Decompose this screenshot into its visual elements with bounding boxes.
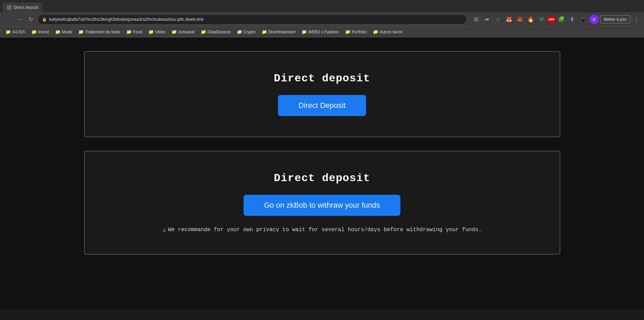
folder-icon: 📁: [301, 29, 307, 34]
bookmark-label: Actuariat: [178, 30, 194, 34]
bookmark-label: Utiles: [155, 30, 165, 34]
bookmark-label: Autres favori: [380, 30, 402, 34]
bookmark-divertissement[interactable]: 📁 Divertissement: [259, 28, 298, 36]
browser-tab-active[interactable]: Direct deposit: [3, 3, 43, 12]
browser-chrome: Direct deposit ← → ↻ 🔒 bafybeifcqbafa7sd…: [0, 0, 644, 37]
folder-icon: 📁: [373, 29, 378, 34]
profile-button[interactable]: d: [589, 15, 599, 24]
crab-extension-icon[interactable]: 🦀: [515, 15, 525, 24]
bookmark-crypto[interactable]: 📁 Crypto: [234, 28, 258, 36]
folder-icon: 📁: [5, 29, 11, 34]
bookmark-a4dia[interactable]: 📁 A4 DIA: [3, 28, 28, 36]
bookmark-datascience[interactable]: 📁 DataScience: [198, 28, 233, 36]
folder-icon: 📁: [126, 29, 132, 34]
bookmark-label: Crypto: [244, 30, 255, 34]
menu-button[interactable]: ⋮: [632, 15, 641, 24]
tab-favicon: [7, 5, 12, 10]
bookmark-food[interactable]: 📁 Food: [123, 28, 145, 36]
forward-button[interactable]: →: [14, 15, 24, 24]
puzzle-extension-icon[interactable]: 🧩: [557, 15, 566, 24]
bookmark-label: A4 DIA: [12, 30, 25, 34]
folder-icon: 📁: [345, 29, 350, 34]
bookmark-label: DataScience: [208, 30, 231, 34]
bookmark-label: Invest: [38, 30, 49, 34]
url-text: bafybeifcqbafa7sd7kv2fnz3kingf3bfodetqze…: [49, 17, 462, 22]
bookmark-mode[interactable]: 📁 Mode: [52, 28, 75, 36]
zkbob-withdraw-button[interactable]: Go on zkBob to withraw your funds: [244, 195, 400, 216]
reload-button[interactable]: ↻: [26, 15, 35, 24]
fire-extension-icon[interactable]: 🔥: [526, 15, 535, 24]
download-icon[interactable]: ⬇: [567, 15, 577, 24]
card2-title: Direct deposit: [274, 172, 370, 185]
direct-deposit-card-1: Direct deposit Direct Deposit: [84, 51, 560, 137]
direct-deposit-button[interactable]: Direct Deposit: [278, 95, 366, 116]
folder-icon: 📁: [55, 29, 61, 34]
bookmark-label: WEB3 x Fashion: [308, 30, 338, 34]
page-content: Direct deposit Direct Deposit Direct dep…: [0, 37, 644, 310]
share-icon[interactable]: ➦: [482, 15, 492, 24]
abp-extension-icon[interactable]: ABP: [548, 16, 555, 23]
bookmark-web3fashion[interactable]: 📁 WEB3 x Fashion: [299, 28, 341, 36]
folder-icon: 📁: [262, 29, 267, 34]
bookmarks-bar: 📁 A4 DIA 📁 Invest 📁 Mode 📁 Traitement de…: [0, 27, 644, 37]
lock-icon: 🔒: [42, 17, 47, 22]
browser-tabs: Direct deposit: [0, 0, 644, 12]
email-extension-icon[interactable]: ✉: [537, 15, 546, 24]
back-button[interactable]: ←: [3, 15, 12, 24]
bookmark-label: Portfolio: [352, 30, 367, 34]
warning-icon: ⚠️: [162, 226, 166, 234]
bookmark-star-icon[interactable]: ☆: [493, 15, 503, 24]
folder-icon: 📁: [171, 29, 177, 34]
privacy-warning: ⚠️ We recommande for your own privacy to…: [162, 226, 482, 234]
screen-translate-icon[interactable]: ⊞: [472, 15, 481, 24]
phone-icon[interactable]: 📱: [578, 15, 588, 24]
bookmark-actuariat[interactable]: 📁 Actuariat: [169, 28, 197, 36]
toolbar-icons: ⊞ ➦ ☆ 🦊 🦀 🔥 ✉ ABP 🧩 ⬇ 📱 d Mettre à jour …: [472, 15, 641, 24]
bookmark-utiles[interactable]: 📁 Utiles: [146, 28, 168, 36]
folder-icon: 📁: [148, 29, 154, 34]
bookmark-traitement[interactable]: 📁 Traitement de texte: [76, 28, 123, 36]
bookmark-label: Traitement de texte: [85, 30, 120, 34]
fox-extension-icon[interactable]: 🦊: [504, 15, 514, 24]
folder-icon: 📁: [237, 29, 242, 34]
bookmark-label: Mode: [62, 30, 72, 34]
browser-toolbar: ← → ↻ 🔒 bafybeifcqbafa7sd7kv2fnz3kingf3b…: [0, 12, 644, 27]
update-button[interactable]: Mettre à jour: [600, 15, 630, 23]
bookmark-autres[interactable]: 📁 Autres favori: [370, 28, 405, 36]
folder-icon: 📁: [78, 29, 84, 34]
card1-title: Direct deposit: [274, 72, 370, 85]
direct-deposit-card-2: Direct deposit Go on zkBob to withraw yo…: [84, 151, 560, 255]
bookmark-label: Food: [133, 30, 142, 34]
folder-icon: 📁: [201, 29, 206, 34]
address-bar[interactable]: 🔒 bafybeifcqbafa7sd7kv2fnz3kingf3bfodetq…: [37, 14, 467, 25]
bookmark-portfolio[interactable]: 📁 Portfolio: [342, 28, 369, 36]
bookmark-invest[interactable]: 📁 Invest: [29, 28, 52, 36]
folder-icon: 📁: [31, 29, 37, 34]
tab-label: Direct deposit: [14, 5, 38, 10]
warning-message: We recommande for your own privacy to wa…: [168, 227, 482, 233]
bookmark-label: Divertissement: [268, 30, 295, 34]
